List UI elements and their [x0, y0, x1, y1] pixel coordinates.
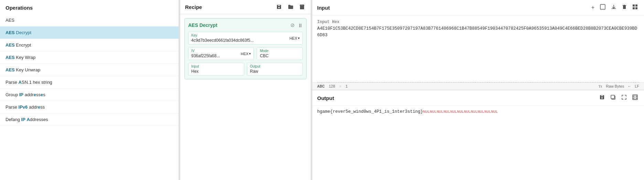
raw-bytes-label[interactable]: Raw Bytes	[606, 84, 624, 88]
input-type-field[interactable]: Input Hex	[188, 63, 244, 76]
input-content[interactable]: Input Hex A4E10F1C53BC42CD8E7154B7F175E3…	[312, 16, 644, 82]
key-value: 4c9d7b3eecd0661fa034dc863f5...	[191, 38, 287, 43]
output-flag-text: hgame{rever5e_wind0ws_4P1_is_1nter3sting…	[317, 109, 423, 114]
output-type-field[interactable]: Output Raw	[247, 63, 303, 76]
key-row: Key 4c9d7b3eecd0661fa034dc863f5... HEX	[188, 32, 303, 44]
output-save-button[interactable]	[598, 94, 606, 102]
output-null-bytes: NULNULNULNULNULNULNULNULNULNULNUL	[423, 110, 498, 114]
mode-field: Mode CBC	[257, 47, 303, 60]
aes-decrypt-card: AES Decrypt ⊘ ⏸ Key 4c9d7b3eecd0661fa034…	[184, 18, 307, 79]
output-fullscreen-button[interactable]	[631, 94, 639, 102]
input-status-bar: ABC 128 ≡ 1 Tt Raw Bytes ← LF	[312, 82, 644, 90]
status-char-count: 128	[329, 84, 335, 88]
card-header: AES Decrypt ⊘ ⏸	[188, 22, 303, 28]
input-type-value: Hex	[191, 69, 241, 74]
output-expand-button[interactable]	[620, 94, 628, 102]
output-header: Output	[312, 90, 644, 106]
io-row: Input Hex Output Raw	[188, 63, 303, 76]
output-section: Output hgame{rever5e_wind0ws_4P1_is_1nte…	[312, 90, 644, 180]
input-hex-label: Input Hex	[317, 20, 340, 24]
input-type-label: Input	[191, 64, 241, 68]
input-open-button[interactable]	[599, 3, 607, 12]
card-pause-button[interactable]: ⏸	[298, 22, 303, 28]
iv-field: IV 936af225fa68... HEX	[188, 47, 254, 60]
status-line-count: 1	[345, 84, 347, 88]
iv-value: 936af225fa68...	[191, 53, 239, 58]
card-title: AES Decrypt	[188, 22, 288, 28]
input-hex-value: A4E10F1C53BC42CD8E7154B7F175E35097207197…	[317, 26, 637, 38]
sidebar-item-group-ip[interactable]: Group IP addresses	[0, 89, 179, 101]
output-header-icons	[598, 94, 639, 102]
output-type-value: Raw	[250, 69, 300, 74]
input-add-button[interactable]: +	[590, 4, 596, 11]
tt-icon: Tt	[599, 84, 603, 88]
input-import-button[interactable]	[610, 3, 618, 12]
output-copy-button[interactable]	[609, 94, 617, 102]
iv-label: IV	[191, 49, 239, 53]
key-field: Key 4c9d7b3eecd0661fa034dc863f5... HEX	[188, 32, 303, 44]
recipe-delete-button[interactable]	[298, 3, 306, 10]
lf-label[interactable]: LF	[635, 84, 639, 88]
iv-mode-row: IV 936af225fa68... HEX Mode CBC	[188, 47, 303, 60]
status-abc: ABC	[317, 84, 325, 88]
sidebar-item-parse-asn1[interactable]: Parse ASN.1 hex string	[0, 76, 179, 89]
svg-rect-8	[633, 95, 637, 100]
card-disable-button[interactable]: ⊘	[290, 22, 295, 28]
mode-label: Mode	[260, 49, 300, 53]
sidebar-item-aes-key-unwrap[interactable]: AES Key Unwrap	[0, 64, 179, 76]
sidebar-item-defang-ip[interactable]: Defang IP Addresses	[0, 113, 179, 126]
operations-title: Operations	[0, 0, 179, 14]
right-panel: Input + Input Hex A4E10F1C53BC42CD8E7154	[312, 0, 644, 180]
input-header: Input +	[312, 0, 644, 16]
recipe-open-button[interactable]	[287, 3, 295, 10]
recipe-header: Recipe	[180, 0, 311, 14]
input-delete-button[interactable]	[621, 3, 628, 12]
input-header-icons: +	[590, 3, 639, 12]
svg-rect-4	[635, 7, 637, 9]
key-encoding-select[interactable]: HEX	[289, 36, 300, 40]
sidebar-item-aes-encrypt[interactable]: AES Encrypt	[0, 39, 179, 51]
recipe-title: Recipe	[185, 4, 271, 10]
svg-rect-0	[600, 4, 605, 9]
recipe-panel: Recipe AES Decrypt ⊘ ⏸ Key 4c9d7b3eecd06…	[180, 0, 311, 180]
sidebar-item-aes-header[interactable]: AES	[0, 14, 179, 27]
mode-value: CBC	[260, 53, 300, 58]
svg-rect-2	[635, 4, 637, 7]
svg-rect-1	[633, 4, 635, 7]
sidebar-item-aes-key-wrap[interactable]: AES Key Wrap	[0, 51, 179, 64]
iv-encoding-select[interactable]: HEX	[241, 52, 251, 56]
sidebar-item-aes-decrypt[interactable]: AES Decrypt	[0, 27, 179, 39]
svg-rect-3	[633, 7, 635, 9]
output-type-label: Output	[250, 64, 300, 68]
sidebar-item-parse-ipv6[interactable]: Parse IPv6 address	[0, 101, 179, 113]
operations-panel: Operations AES AES Decrypt AES Encrypt A…	[0, 0, 179, 180]
svg-text:Tt: Tt	[599, 84, 602, 88]
svg-rect-7	[611, 95, 614, 99]
input-title: Input	[317, 5, 590, 11]
input-grid-button[interactable]	[631, 3, 639, 12]
key-label: Key	[191, 33, 287, 37]
input-section: Input + Input Hex A4E10F1C53BC42CD8E7154	[312, 0, 644, 90]
recipe-save-button[interactable]	[275, 3, 283, 10]
output-content: hgame{rever5e_wind0ws_4P1_is_1nter3sting…	[312, 106, 644, 180]
output-title: Output	[317, 95, 598, 101]
